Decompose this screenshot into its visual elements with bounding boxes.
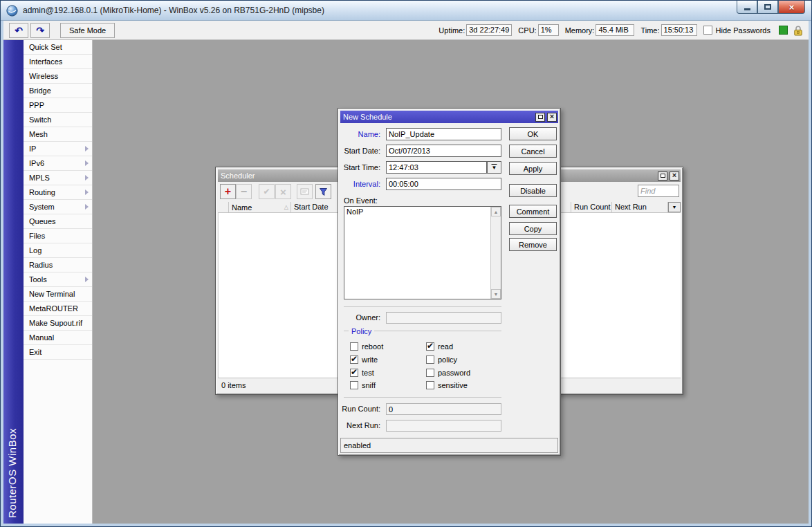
submenu-arrow-icon <box>85 160 89 166</box>
policy-checkbox-reboot[interactable] <box>350 342 358 351</box>
next-run-label: Next Run: <box>340 419 380 432</box>
cancel-button[interactable]: Cancel <box>509 145 557 158</box>
policy-group-header: Policy <box>344 326 501 335</box>
owner-label: Owner: <box>340 311 380 324</box>
start-date-input[interactable] <box>386 145 501 157</box>
separator <box>344 306 501 307</box>
start-time-input[interactable] <box>386 161 487 174</box>
safe-mode-button[interactable]: Safe Mode <box>60 23 115 38</box>
brand-vertical-text: RouterOS WinBox <box>6 428 18 518</box>
main-toolbar: ↶ ↷ Safe Mode Uptime: 3d 22:27:49 CPU: 1… <box>3 21 809 40</box>
sidebar-item-files[interactable]: Files <box>24 229 92 243</box>
uptime-value: 3d 22:27:49 <box>466 24 512 36</box>
close-button[interactable]: × <box>670 172 679 181</box>
new-schedule-dialog: New Schedule × Name: Start Date: Start T… <box>338 108 561 456</box>
close-button[interactable]: × <box>778 1 805 14</box>
sidebar-item-ip[interactable]: IP <box>24 142 92 156</box>
maximize-button[interactable] <box>535 113 545 122</box>
sort-ascending-icon: △ <box>284 204 288 210</box>
dialog-status-bar: enabled <box>340 438 558 453</box>
policy-checkbox-read[interactable] <box>426 342 434 351</box>
sidebar-item-quick-set[interactable]: Quick Set <box>24 40 92 55</box>
maximize-button[interactable] <box>757 1 778 14</box>
column-header-name[interactable]: Name △ <box>229 202 291 212</box>
enable-schedule-button: ✔ <box>259 184 275 199</box>
sidebar-item-tools[interactable]: Tools <box>24 272 92 287</box>
find-input[interactable] <box>638 185 679 197</box>
submenu-arrow-icon <box>85 146 89 151</box>
policy-checkbox-password[interactable] <box>426 369 434 377</box>
scroll-down-icon[interactable]: ▼ <box>491 289 501 299</box>
sidebar-item-make-supout-rif[interactable]: Make Supout.rif <box>24 316 92 331</box>
ok-button[interactable]: OK <box>509 127 557 140</box>
window-titlebar[interactable]: admin@192.168.0.1 (MikroTik-Home) - WinB… <box>1 1 811 21</box>
on-event-textarea[interactable]: NoIP <box>344 207 501 299</box>
sidebar-item-bridge[interactable]: Bridge <box>24 84 92 98</box>
sidebar-item-switch[interactable]: Switch <box>24 113 92 127</box>
sidebar-item-queues[interactable]: Queues <box>24 214 92 229</box>
column-header-run-count[interactable]: Run Count <box>571 202 612 212</box>
sidebar-item-system[interactable]: System <box>24 200 92 214</box>
hide-passwords-checkbox[interactable] <box>703 26 712 35</box>
on-event-area: NoIP ▲ ▼ <box>344 206 501 299</box>
run-count-input <box>386 403 501 415</box>
remove-button[interactable]: Remove <box>509 238 557 251</box>
cpu-label: CPU: <box>518 26 536 35</box>
comment-button[interactable]: Comment <box>509 205 557 218</box>
sidebar-item-new-terminal[interactable]: New Terminal <box>24 287 92 302</box>
scroll-up-icon[interactable]: ▲ <box>491 207 501 216</box>
policy-checkbox-policy[interactable] <box>426 355 434 364</box>
submenu-arrow-icon <box>85 277 89 282</box>
submenu-arrow-icon <box>85 175 89 181</box>
minimize-button[interactable] <box>737 1 757 14</box>
column-dropdown-button[interactable]: ▼ <box>668 202 681 212</box>
run-count-label: Run Count: <box>340 403 380 415</box>
schedule-name-input[interactable] <box>386 128 501 140</box>
start-time-dropdown-button[interactable]: ▼ <box>487 161 501 174</box>
maximize-button[interactable] <box>658 172 667 181</box>
policy-checkbox-sensitive[interactable] <box>426 381 434 389</box>
sidebar-item-manual[interactable]: Manual <box>24 331 92 345</box>
cpu-value: 1% <box>538 24 559 36</box>
connection-status-indicator <box>779 26 788 35</box>
policy-checkbox-sniff[interactable] <box>350 381 358 389</box>
time-value: 15:50:13 <box>661 24 697 36</box>
sidebar-item-interfaces[interactable]: Interfaces <box>24 55 92 69</box>
close-button[interactable]: × <box>547 113 557 122</box>
interval-label: Interval: <box>340 178 380 190</box>
sidebar-item-ppp[interactable]: PPP <box>24 98 92 113</box>
interval-input[interactable] <box>386 178 501 190</box>
filter-button[interactable] <box>315 184 331 199</box>
memory-label: Memory: <box>565 26 595 35</box>
dialog-titlebar[interactable]: New Schedule × <box>340 111 558 123</box>
uptime-label: Uptime: <box>439 26 465 35</box>
copy-button[interactable]: Copy <box>509 222 557 235</box>
filter-icon <box>319 187 328 196</box>
undo-button[interactable]: ↶ <box>9 23 28 38</box>
separator <box>344 397 501 398</box>
policy-checkbox-write[interactable] <box>350 355 358 364</box>
submenu-arrow-icon <box>85 189 89 195</box>
sidebar-item-wireless[interactable]: Wireless <box>24 69 92 84</box>
textarea-scrollbar[interactable]: ▲ ▼ <box>490 207 501 299</box>
sidebar-item-mesh[interactable]: Mesh <box>24 127 92 142</box>
sidebar-item-metarouter[interactable]: MetaROUTER <box>24 302 92 316</box>
sidebar-item-radius[interactable]: Radius <box>24 258 92 272</box>
disable-button[interactable]: Disable <box>509 184 557 197</box>
redo-button[interactable]: ↷ <box>30 23 50 38</box>
add-schedule-button[interactable]: + <box>220 184 236 199</box>
apply-button[interactable]: Apply <box>509 162 557 175</box>
submenu-arrow-icon <box>85 204 89 210</box>
sidebar-item-ipv6[interactable]: IPv6 <box>24 156 92 171</box>
next-run-input <box>386 420 501 432</box>
sidebar-item-mpls[interactable]: MPLS <box>24 171 92 185</box>
sidebar-item-log[interactable]: Log <box>24 243 92 258</box>
policy-checkbox-test[interactable] <box>350 369 358 377</box>
sidebar-item-exit[interactable]: Exit <box>24 345 92 360</box>
sidebar-item-routing[interactable]: Routing <box>24 185 92 200</box>
comment-icon <box>300 187 309 196</box>
remove-icon: − <box>241 186 247 197</box>
column-header-next-run[interactable]: Next Run <box>612 202 668 212</box>
dialog-title: New Schedule <box>343 113 392 121</box>
on-event-label: On Event: <box>344 196 378 205</box>
